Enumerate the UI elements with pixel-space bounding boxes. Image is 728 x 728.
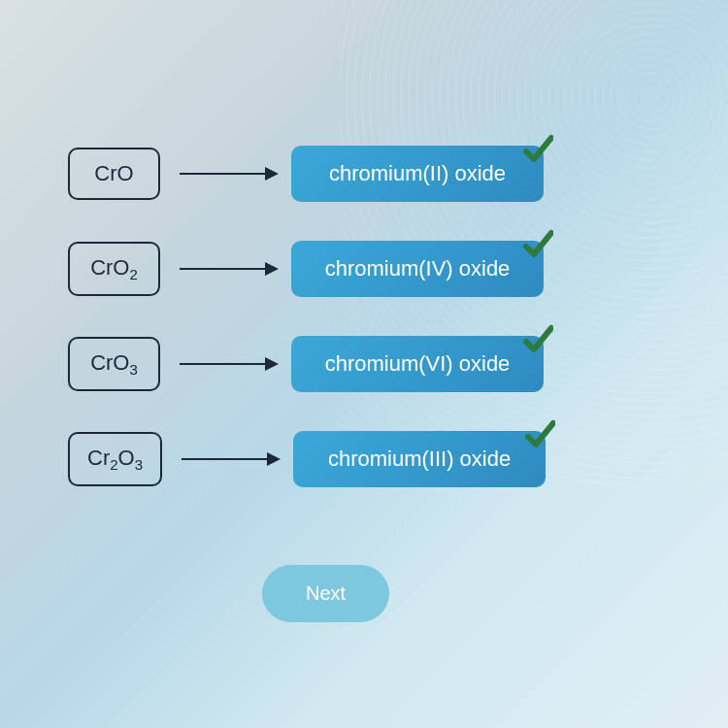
match-row: Cr2O3 chromium(III) oxide (68, 431, 689, 487)
match-row: CrO chromium(II) oxide (68, 146, 689, 202)
answer-text: chromium(II) oxide (329, 161, 506, 185)
matching-exercise: CrO chromium(II) oxide CrO2 chromium(IV)… (0, 0, 728, 661)
formula-text: CrO (94, 161, 133, 185)
checkmark-icon (522, 229, 553, 260)
answer-text: chromium(IV) oxide (325, 256, 511, 281)
formula-text: Cr2O3 (87, 446, 143, 470)
checkmark-icon (524, 419, 555, 450)
answer-box[interactable]: chromium(II) oxide (291, 146, 544, 202)
arrow-icon (180, 173, 277, 175)
formula-box[interactable]: Cr2O3 (68, 432, 162, 486)
answer-box[interactable]: chromium(IV) oxide (291, 241, 544, 297)
arrow-icon (180, 363, 277, 365)
match-row: CrO2 chromium(IV) oxide (68, 241, 689, 297)
answer-text: chromium(III) oxide (328, 447, 511, 471)
formula-box[interactable]: CrO2 (68, 242, 160, 296)
arrow-icon (180, 268, 277, 270)
arrow-icon (182, 458, 279, 460)
formula-text: CrO3 (90, 350, 138, 375)
answer-box[interactable]: chromium(III) oxide (293, 431, 546, 487)
next-button[interactable]: Next (262, 565, 389, 622)
checkmark-icon (522, 324, 553, 355)
answer-box[interactable]: chromium(VI) oxide (291, 336, 544, 392)
formula-text: CrO2 (90, 255, 138, 280)
formula-box[interactable]: CrO3 (68, 337, 160, 391)
formula-box[interactable]: CrO (68, 148, 160, 200)
match-row: CrO3 chromium(VI) oxide (68, 336, 689, 392)
checkmark-icon (522, 134, 553, 165)
answer-text: chromium(VI) oxide (325, 351, 511, 376)
